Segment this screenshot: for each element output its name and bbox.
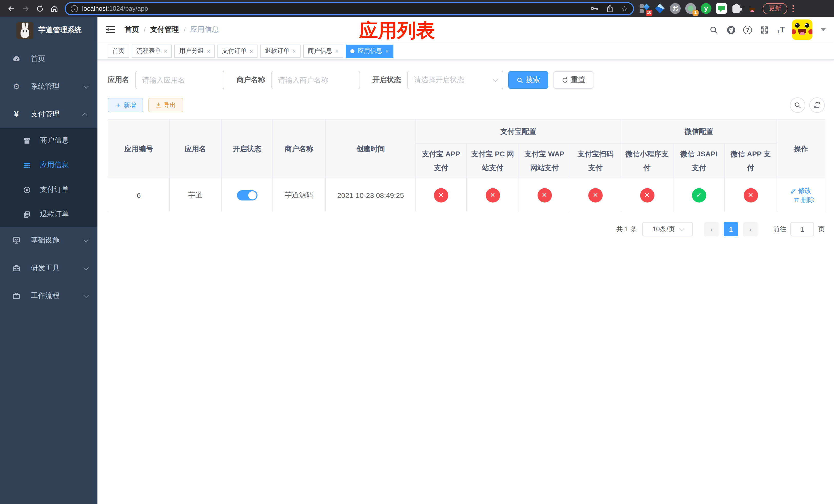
sidebar-item-system[interactable]: ⚙ 系统管理: [0, 73, 97, 100]
breadcrumb-home[interactable]: 首页: [125, 25, 139, 35]
password-key-icon[interactable]: [590, 4, 598, 13]
gear-icon: ⚙: [12, 83, 21, 91]
page-size-select[interactable]: 10条/页: [642, 222, 693, 236]
dashboard-icon: [12, 55, 21, 63]
reload-icon[interactable]: [33, 4, 47, 13]
bookmark-star-icon[interactable]: ☆: [621, 4, 628, 13]
extension-queue-icon[interactable]: 10: [639, 3, 650, 14]
status-select[interactable]: 请选择开启状态: [407, 71, 503, 89]
user-menu-caret-icon[interactable]: [821, 28, 826, 31]
forward-icon[interactable]: [19, 4, 33, 13]
add-button[interactable]: ＋ 新增: [108, 98, 143, 112]
refresh-button[interactable]: [809, 97, 825, 113]
user-avatar[interactable]: [792, 20, 812, 40]
grid-icon: [23, 161, 31, 169]
tab-app-info[interactable]: 应用信息×: [346, 44, 393, 58]
navbar: 首页 / 支付管理 / 应用信息 应用列表 ? TT: [97, 17, 834, 43]
sidebar-logo[interactable]: 芋道管理系统: [0, 17, 97, 44]
extension-command-icon[interactable]: ⌘: [670, 3, 681, 14]
col-app-name: 应用名: [170, 119, 221, 178]
sidebar-item-infrastructure[interactable]: 基础设施: [0, 227, 97, 254]
tab-process-form[interactable]: 流程表单×: [132, 44, 172, 58]
col-wx-lite: 微信小程序支付: [621, 143, 673, 178]
page-1-button[interactable]: 1: [724, 222, 738, 236]
show-search-button[interactable]: [790, 97, 805, 113]
sidebar-item-dev-tools[interactable]: 研发工具: [0, 254, 97, 282]
tab-home[interactable]: 首页: [108, 44, 129, 58]
app-name-input[interactable]: [135, 71, 224, 89]
tab-user-group[interactable]: 用户分组×: [175, 44, 215, 58]
prev-page-button[interactable]: ‹: [704, 222, 719, 236]
sidebar-toggle-icon[interactable]: [105, 25, 115, 35]
status-toggle[interactable]: [237, 190, 257, 200]
reset-button[interactable]: 重置: [553, 71, 593, 89]
sidebar-item-home[interactable]: 首页: [0, 45, 97, 73]
edit-button[interactable]: 修改: [790, 186, 811, 195]
close-icon[interactable]: ×: [164, 48, 168, 54]
extension-puzzle-icon[interactable]: [731, 3, 742, 14]
group-alipay-config: 支付宝配置: [416, 119, 621, 143]
tab-pay-orders[interactable]: 支付订单×: [218, 44, 258, 58]
col-app-id: 应用编号: [108, 119, 170, 178]
extension-y-icon[interactable]: y: [701, 3, 711, 14]
close-icon[interactable]: ×: [293, 48, 296, 54]
merchant-name-input[interactable]: [271, 71, 360, 89]
status-label: 开启状态: [372, 75, 401, 85]
close-icon[interactable]: ×: [207, 48, 210, 54]
url-text: localhost:1024/pay/app: [82, 5, 583, 12]
group-wechat-config: 微信配置: [621, 119, 777, 143]
close-icon[interactable]: ×: [335, 48, 339, 54]
share-icon[interactable]: [606, 4, 614, 13]
page-info-icon[interactable]: i: [71, 5, 78, 12]
app-window: i localhost:1024/pay/app ☆ 10 ⌘ 1 y: [0, 0, 834, 504]
close-icon[interactable]: ×: [385, 48, 389, 54]
status-badge: ✕: [485, 188, 500, 202]
cell-alipay-wap: ✕: [519, 178, 570, 212]
next-page-button[interactable]: ›: [743, 222, 758, 236]
col-wx-jsapi: 微信 JSAPI 支付: [673, 143, 724, 178]
fullscreen-icon[interactable]: [759, 25, 769, 35]
extension-chat-icon[interactable]: [716, 3, 727, 14]
font-size-icon[interactable]: TT: [776, 25, 785, 35]
chrome-menu-icon[interactable]: [792, 5, 794, 12]
col-merchant: 商户名称: [272, 119, 326, 178]
sidebar-menu: 首页 ⚙ 系统管理 ¥ 支付管理 商户信息: [0, 45, 97, 310]
search-icon[interactable]: [708, 25, 719, 35]
extension-target-icon[interactable]: 1: [685, 3, 696, 14]
tab-merchant-info[interactable]: 商户信息×: [303, 44, 344, 58]
close-icon[interactable]: ×: [250, 48, 253, 54]
col-alipay-wap: 支付宝 WAP 网站支付: [519, 143, 570, 178]
chrome-update-button[interactable]: 更新: [763, 3, 787, 14]
status-badge: ✕: [640, 188, 654, 202]
sidebar-item-workflow[interactable]: 工作流程: [0, 282, 97, 310]
extensions-area: 10 ⌘ 1 y: [639, 3, 758, 14]
main-area: 首页 / 支付管理 / 应用信息 应用列表 ? TT: [97, 17, 834, 504]
sidebar: 芋道管理系统 首页 ⚙ 系统管理 ¥ 支付管理: [0, 17, 97, 504]
back-icon[interactable]: [4, 4, 19, 13]
home-icon[interactable]: [47, 4, 62, 13]
breadcrumb-current: 应用信息: [190, 25, 219, 35]
cell-alipay-qr: ✕: [570, 178, 621, 212]
extension-kite-icon[interactable]: [655, 3, 665, 14]
url-bar[interactable]: i localhost:1024/pay/app ☆: [65, 2, 634, 15]
app-title: 芋道管理系统: [39, 26, 82, 35]
col-status: 开启状态: [221, 119, 272, 178]
sidebar-item-pay-orders[interactable]: 支付订单: [0, 177, 97, 202]
delete-button[interactable]: 删除: [793, 195, 814, 204]
extension-emoji-icon[interactable]: [747, 3, 758, 14]
sidebar-item-app-info[interactable]: 应用信息: [0, 153, 97, 177]
breadcrumb-payment[interactable]: 支付管理: [150, 25, 179, 35]
cell-app-name: 芋道: [170, 178, 221, 212]
export-button[interactable]: 导出: [148, 98, 183, 112]
col-wx-app: 微信 APP 支付: [724, 143, 777, 178]
col-alipay-qr: 支付宝扫码支付: [570, 143, 621, 178]
yen-circle-icon: [23, 186, 31, 194]
search-button[interactable]: 搜索: [508, 71, 548, 89]
sidebar-item-merchant-info[interactable]: 商户信息: [0, 128, 97, 153]
sidebar-item-refund-orders[interactable]: 退款订单: [0, 202, 97, 227]
github-icon[interactable]: [726, 25, 736, 35]
goto-page-input[interactable]: [790, 222, 814, 236]
sidebar-item-payment[interactable]: ¥ 支付管理: [0, 100, 97, 128]
help-icon[interactable]: ?: [743, 25, 752, 34]
tab-refund-orders[interactable]: 退款订单×: [260, 44, 301, 58]
